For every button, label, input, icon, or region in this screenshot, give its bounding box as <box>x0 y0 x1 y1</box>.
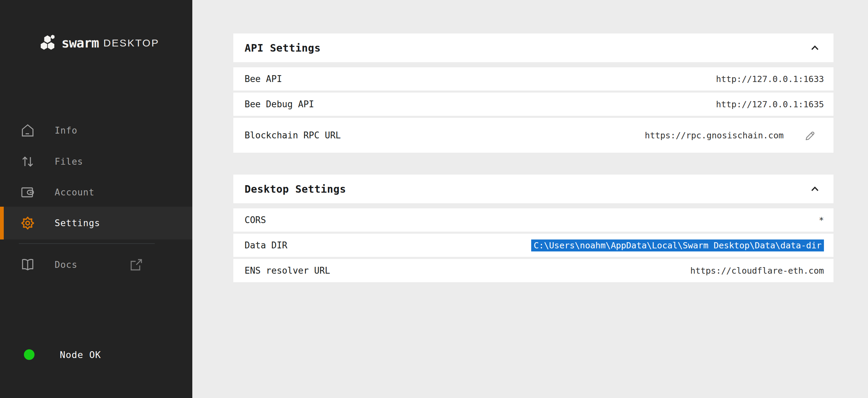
section-title: API Settings <box>245 42 321 54</box>
collapse-chevron-up-icon[interactable] <box>810 43 820 53</box>
settings-page: API Settings Bee API http://127.0.0.1:16… <box>192 0 868 398</box>
setting-row-bee-api: Bee API http://127.0.0.1:1633 <box>233 67 833 91</box>
wallet-icon <box>20 184 36 200</box>
setting-value: * <box>819 215 824 225</box>
setting-row-data-dir: Data DIR C:\Users\noahm\AppData\Local\Sw… <box>233 234 833 257</box>
book-icon <box>20 257 36 273</box>
status-ok-dot <box>24 349 35 360</box>
node-status: Node OK <box>0 345 192 364</box>
setting-label: Bee API <box>245 74 282 84</box>
sidebar: swarm DESKTOP Info Files <box>0 0 192 398</box>
setting-label: ENS resolver URL <box>245 265 330 276</box>
sidebar-item-label: Settings <box>55 218 100 228</box>
setting-label: Blockchain RPC URL <box>245 130 341 140</box>
sidebar-item-label: Info <box>55 125 78 136</box>
gear-icon <box>20 215 36 231</box>
brand-suffix: DESKTOP <box>103 37 159 49</box>
setting-row-ens-resolver-url: ENS resolver URL https://cloudflare-eth.… <box>233 259 833 282</box>
setting-label: CORS <box>245 215 266 225</box>
setting-row-cors: CORS * <box>233 208 833 232</box>
section-header: Desktop Settings <box>233 175 833 203</box>
brand-name: swarm <box>61 36 99 51</box>
sidebar-item-label: Docs <box>55 260 78 270</box>
section-desktop-settings: Desktop Settings CORS * Data DIR C:\User… <box>233 175 833 282</box>
sidebar-item-info[interactable]: Info <box>0 115 192 146</box>
sidebar-item-label: Files <box>55 156 83 167</box>
setting-value: http://127.0.0.1:1635 <box>716 99 824 109</box>
sidebar-item-account[interactable]: Account <box>0 177 192 208</box>
swarm-logo-icon <box>40 35 56 52</box>
pencil-icon <box>804 129 817 142</box>
setting-row-bee-debug-api: Bee Debug API http://127.0.0.1:1635 <box>233 93 833 116</box>
status-label: Node OK <box>60 349 101 360</box>
sidebar-item-docs[interactable]: Docs <box>0 249 192 280</box>
collapse-chevron-up-icon[interactable] <box>810 184 820 194</box>
setting-value: http://127.0.0.1:1633 <box>716 74 824 84</box>
setting-label: Data DIR <box>245 240 287 250</box>
swarm-desktop-window: swarm DESKTOP Info Files <box>0 0 868 398</box>
setting-row-blockchain-rpc-url: Blockchain RPC URL https://rpc.gnosischa… <box>233 118 833 153</box>
arrows-up-down-icon <box>20 154 36 169</box>
section-api-settings: API Settings Bee API http://127.0.0.1:16… <box>233 33 833 153</box>
home-icon <box>20 123 36 138</box>
section-header: API Settings <box>233 33 833 62</box>
setting-value: https://rpc.gnosischain.com <box>645 131 784 140</box>
setting-label: Bee Debug API <box>245 99 314 109</box>
app-logo: swarm DESKTOP <box>40 34 159 52</box>
sidebar-item-files[interactable]: Files <box>0 146 192 177</box>
section-title: Desktop Settings <box>245 183 346 195</box>
sidebar-item-label: Account <box>55 187 95 197</box>
setting-value: https://cloudflare-eth.com <box>690 266 824 276</box>
sidebar-item-settings[interactable]: Settings <box>0 207 192 239</box>
edit-button[interactable] <box>803 128 817 142</box>
setting-value-selected: C:\Users\noahm\AppData\Local\Swarm Deskt… <box>531 239 824 251</box>
external-link-icon <box>129 258 143 272</box>
sidebar-divider <box>19 243 155 244</box>
